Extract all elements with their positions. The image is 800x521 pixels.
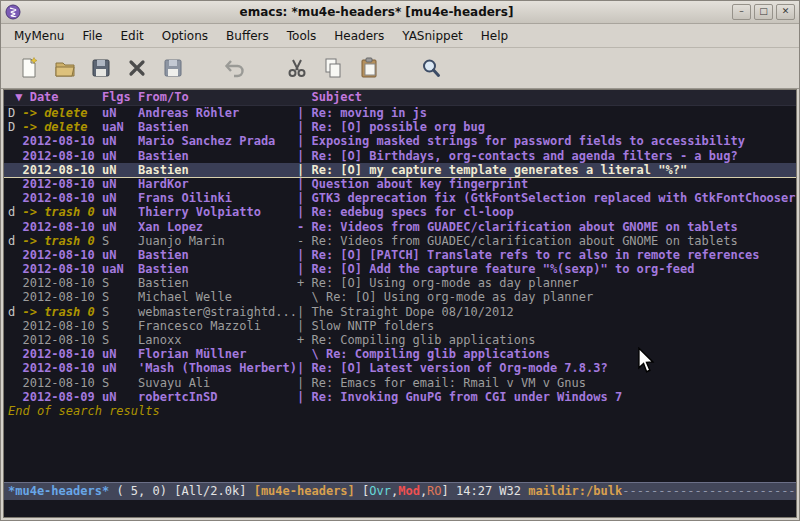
row-text-segment: Bastien [138, 248, 297, 262]
row-text-segment: End of search results [8, 404, 160, 418]
headers-row[interactable]: 2012-08-10 S Bastien + Re: [O] Using org… [8, 276, 796, 290]
paste-button[interactable] [351, 51, 387, 85]
menu-item-file[interactable]: File [73, 26, 111, 46]
row-text-segment: Francesco Mazzoli [138, 319, 297, 333]
headers-row[interactable]: D -> delete uaN Bastien | Re: [O] possib… [8, 120, 796, 134]
modeline-segment: ] [442, 484, 456, 498]
row-text-segment: | [297, 120, 311, 134]
headers-row[interactable]: 2012-08-10 S Michael Welle \ Re: [O] Usi… [8, 290, 796, 304]
mode-line[interactable]: *mu4e-headers* ( 5, 0) [All/2.0k] [mu4e-… [4, 482, 796, 500]
cut-button[interactable] [279, 51, 315, 85]
row-text-segment: Juanjo Marin [138, 234, 297, 248]
headers-row[interactable]: 2012-08-10 uN Frans Oilinki | GTK3 depre… [8, 191, 796, 205]
open-file-icon [53, 56, 77, 80]
modeline-segment: 14:27 W32 [456, 484, 528, 498]
row-text-segment: + [297, 333, 311, 347]
row-text-segment: | [297, 305, 311, 319]
headers-row[interactable]: 2012-08-10 S Suvayu Ali | Re: Emacs for … [8, 376, 796, 390]
headers-row[interactable]: 2012-08-10 uaN Bastien | Re: [O] Add the… [8, 262, 796, 276]
menu-item-mymenu[interactable]: MyMenu [5, 26, 73, 46]
row-text-segment: uN [102, 163, 138, 177]
row-text-segment: Re: Compiling glib applications [311, 333, 535, 347]
modeline-segment: -------------------------------------- [622, 484, 796, 498]
row-text-segment: | [297, 134, 311, 148]
row-text-segment [8, 276, 22, 290]
row-text-segment [8, 220, 22, 234]
row-text-segment: S [102, 234, 138, 248]
row-text-segment: Re: edebug specs for cl-loop [311, 205, 513, 219]
menu-item-tools[interactable]: Tools [278, 26, 326, 46]
menu-item-help[interactable]: Help [472, 26, 517, 46]
headers-row[interactable]: 2012-08-10 uN Bastien | Re: [O] my captu… [4, 163, 796, 177]
headers-row[interactable]: 2012-08-10 uN Mario Sanchez Prada | Expo… [8, 134, 796, 148]
row-text-segment: Question about key fingerprint [311, 177, 528, 191]
headers-row[interactable]: 2012-08-10 S Lanoxx + Re: Compiling glib… [8, 333, 796, 347]
headers-row[interactable]: d -> trash 0 uN Thierry Volpiatto | Re: … [8, 205, 796, 219]
headers-row[interactable]: d -> trash 0 S Juanjo Marin - Re: Videos… [8, 234, 796, 248]
row-text-segment: uN [102, 134, 138, 148]
row-text-segment: Re: [O] possible org bug [311, 120, 484, 134]
headers-row[interactable]: 2012-08-10 uN Bastien | Re: [O] [PATCH] … [8, 248, 796, 262]
search-button[interactable] [413, 51, 449, 85]
emacs-window: emacs: *mu4e-headers* [mu4e-headers] –□✕… [0, 0, 800, 521]
headers-column-header: ▼ Date Flgs From/To Subject [4, 90, 796, 106]
row-text-segment [8, 163, 22, 177]
menu-item-yasnippet[interactable]: YASnippet [393, 26, 472, 46]
row-text-segment: | [297, 390, 311, 404]
kill-buffer-icon [125, 56, 149, 80]
new-file-button[interactable] [11, 51, 47, 85]
row-text-segment: Bastien [138, 120, 297, 134]
headers-row[interactable]: 2012-08-10 uN HardKor | Question about k… [8, 177, 796, 191]
row-text-segment: Re: Emacs for email: Rmail v VM v Gnus [311, 376, 586, 390]
headers-row[interactable]: 2012-08-10 S Francesco Mazzoli | Slow NN… [8, 319, 796, 333]
row-text-segment: 2012-08-10 [22, 163, 101, 177]
headers-row[interactable]: 2012-08-09 uN robertcInSD | Re: Invoking… [8, 390, 796, 404]
frame-wrap: ▼ Date Flgs From/To Subject D -> delete … [1, 89, 799, 520]
row-text-segment: Re: [O] Latest version of Org-mode 7.8.3… [311, 361, 607, 375]
row-text-segment: Michael Welle [138, 290, 297, 304]
headers-row[interactable]: D -> delete uN Andreas Röhler | Re: movi… [8, 106, 796, 120]
menu-item-options[interactable]: Options [153, 26, 217, 46]
kill-buffer-button[interactable] [119, 51, 155, 85]
copy-icon [321, 56, 345, 80]
row-text-segment: Re: Videos from GUADEC/clarification abo… [311, 220, 737, 234]
headers-row[interactable]: 2012-08-10 uN Florian Müllner \ Re: Comp… [8, 347, 796, 361]
close-button[interactable]: ✕ [776, 4, 795, 20]
row-text-segment: - [297, 220, 311, 234]
headers-row[interactable]: 2012-08-10 uN 'Mash (Thomas Herbert)| Re… [8, 361, 796, 375]
row-text-segment: uN [102, 177, 138, 191]
row-text-segment: Re: Videos from GUADEC/clarification abo… [311, 234, 737, 248]
headers-row[interactable]: d -> trash 0 S webmaster@straightd...| T… [8, 305, 796, 319]
row-text-segment: | [297, 319, 311, 333]
headers-row[interactable]: 2012-08-10 uN Bastien | Re: [O] Birthday… [8, 149, 796, 163]
row-text-segment: uN [102, 390, 138, 404]
undo-button[interactable] [217, 51, 253, 85]
menu-item-buffers[interactable]: Buffers [217, 26, 278, 46]
row-text-segment: 2012-08-10 [22, 290, 101, 304]
row-text-segment: | [297, 191, 311, 205]
save-buffer-button[interactable] [83, 51, 119, 85]
open-file-button[interactable] [47, 51, 83, 85]
row-text-segment: uN [102, 106, 138, 120]
row-text-segment: Slow NNTP folders [311, 319, 434, 333]
menu-bar: MyMenuFileEditOptionsBuffersToolsHeaders… [1, 24, 799, 48]
row-text-segment: Frans Oilinki [138, 191, 297, 205]
modeline-segment: Mod [398, 484, 420, 498]
maximize-button[interactable]: □ [754, 4, 773, 20]
emacs-app-icon [5, 4, 21, 20]
row-text-segment: GTK3 deprecation fix (GtkFontSelection r… [311, 191, 796, 205]
headers-row[interactable]: 2012-08-10 uN Xan Lopez - Re: Videos fro… [8, 220, 796, 234]
save-as-button[interactable] [155, 51, 191, 85]
row-text-segment: 2012-08-10 [22, 262, 101, 276]
row-text-segment: 2012-08-10 [22, 276, 101, 290]
copy-button[interactable] [315, 51, 351, 85]
row-text-segment: Suvayu Ali [138, 376, 297, 390]
minimize-button[interactable]: – [732, 4, 751, 20]
row-text-segment: | [297, 177, 311, 191]
row-text-segment: D [8, 106, 22, 120]
headers-list: D -> delete uN Andreas Röhler | Re: movi… [4, 106, 796, 482]
headers-row[interactable]: End of search results [8, 404, 796, 418]
menu-item-headers[interactable]: Headers [325, 26, 393, 46]
menu-item-edit[interactable]: Edit [112, 26, 153, 46]
row-text-segment: Re: [O] Birthdays, org-contacts and agen… [311, 149, 737, 163]
